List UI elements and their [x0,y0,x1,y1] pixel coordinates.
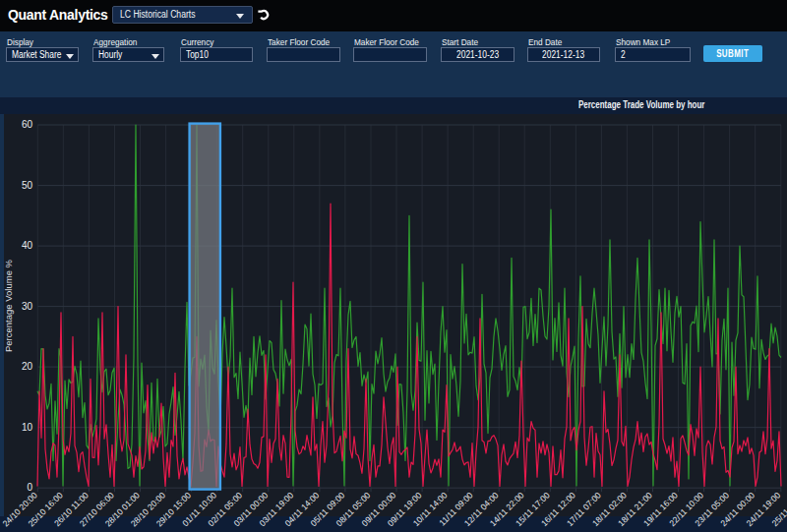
svg-text:50: 50 [22,180,33,191]
svg-text:40: 40 [22,240,33,251]
svg-text:60: 60 [22,119,33,130]
svg-text:30: 30 [22,301,33,312]
svg-text:Percentage Volume %: Percentage Volume % [3,259,14,352]
svg-text:10: 10 [22,422,33,433]
svg-text:20: 20 [22,361,33,372]
